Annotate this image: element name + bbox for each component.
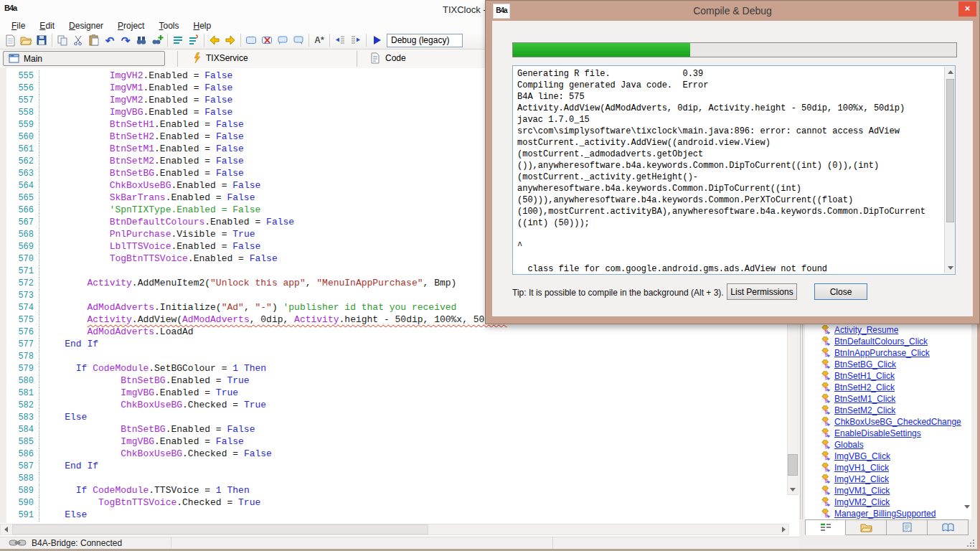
editor-hscrollbar-thumb[interactable] xyxy=(12,524,428,534)
outdent-button[interactable] xyxy=(332,32,348,48)
menu-help[interactable]: Help xyxy=(186,20,218,32)
indent-button[interactable] xyxy=(348,32,364,48)
sub-icon: s xyxy=(821,486,831,496)
output-scroll-up-button[interactable] xyxy=(946,67,956,77)
menu-project[interactable]: Project xyxy=(110,20,151,32)
sub-link[interactable]: ImgVBG_Click xyxy=(834,451,890,461)
line-number: 558 xyxy=(6,107,39,119)
paste-icon xyxy=(88,34,100,47)
open-project-button[interactable] xyxy=(18,32,34,48)
sub-link[interactable]: BtnSetM2_Click xyxy=(834,405,895,415)
panel-tab-files[interactable] xyxy=(846,519,887,535)
bookmark-lines-icon xyxy=(171,34,184,47)
sub-link[interactable]: ChkBoxUseBG_CheckedChange xyxy=(834,417,961,427)
dialog-close-button[interactable]: × xyxy=(958,1,976,17)
menu-designer[interactable]: Designer xyxy=(62,20,110,32)
autocomplete-button[interactable]: A* xyxy=(311,32,327,48)
editor-vscrollbar-down-button[interactable] xyxy=(787,484,798,495)
paste-button[interactable] xyxy=(86,32,102,48)
line-number: 579 xyxy=(6,363,39,375)
navigate-back-button[interactable] xyxy=(207,32,222,48)
subs-list-scroll-down[interactable] xyxy=(964,505,970,509)
undo-icon: ↶ xyxy=(105,35,115,46)
status-separator xyxy=(171,537,171,549)
output-scroll-down-button[interactable] xyxy=(946,263,956,273)
sub-item: sManager_BillingSupported xyxy=(805,508,971,519)
smart-region-button[interactable] xyxy=(275,32,291,48)
smart-region2-button[interactable] xyxy=(291,32,306,48)
sub-icon: s xyxy=(821,451,831,461)
compile-debug-dialog: B4a Compile & Debug × Generating R file.… xyxy=(485,0,980,324)
cut-button[interactable] xyxy=(70,32,86,48)
sub-link[interactable]: BtnSetH1_Click xyxy=(834,371,895,381)
run-button[interactable] xyxy=(369,32,385,48)
sub-link[interactable]: ImgVH1_Click xyxy=(834,463,889,473)
editor-hscrollbar-right-button[interactable] xyxy=(778,524,789,535)
undo-button[interactable]: ↶ xyxy=(102,32,118,48)
toolbar-separator xyxy=(240,34,241,47)
redo-button[interactable]: ↷ xyxy=(118,32,133,48)
line-number: 570 xyxy=(6,253,39,265)
close-button[interactable]: Close xyxy=(814,283,867,300)
sub-item: sGlobals xyxy=(805,439,971,451)
line-number: 566 xyxy=(6,204,39,217)
save-icon xyxy=(35,34,48,47)
menu-tools[interactable]: Tools xyxy=(151,20,186,32)
copy-button[interactable] xyxy=(55,32,70,48)
compiler-output-box[interactable]: Generating R file. 0.39 Compiling genera… xyxy=(512,65,956,275)
uncomment-button[interactable] xyxy=(259,32,275,48)
sub-link[interactable]: Activity_Resume xyxy=(834,325,898,335)
window-right-border xyxy=(977,321,980,551)
panel-splitter[interactable] xyxy=(802,324,803,519)
save-button[interactable] xyxy=(34,32,50,48)
comment-button[interactable] xyxy=(243,32,259,48)
panel-tab-libraries[interactable] xyxy=(928,519,969,535)
sub-link[interactable]: BtnSetH2_Click xyxy=(834,382,895,392)
forward-arrow-icon xyxy=(224,34,237,47)
sub-link[interactable]: BtnInAppPurchase_Click xyxy=(834,348,930,358)
output-vscrollbar[interactable] xyxy=(944,67,956,273)
bookmark-next-button[interactable] xyxy=(186,32,202,48)
bookmark-next-icon xyxy=(187,34,200,47)
tab-main-label: Main xyxy=(24,54,42,64)
navigate-forward-button[interactable] xyxy=(222,32,238,48)
line-number: 568 xyxy=(6,229,39,241)
resize-grip[interactable] xyxy=(967,540,976,548)
editor-hscrollbar-left-button[interactable] xyxy=(0,524,11,535)
line-number: 575 xyxy=(6,314,39,326)
bookmark-toggle-button[interactable] xyxy=(170,32,186,48)
sub-link[interactable]: BtnDefaultColours_Click xyxy=(834,336,928,347)
find-button[interactable] xyxy=(133,32,149,48)
sub-link[interactable]: BtnSetBG_Click xyxy=(834,359,896,369)
tab-code-label: Code xyxy=(385,53,406,63)
sub-link[interactable]: EnableDisableSettings xyxy=(834,428,921,438)
output-vscrollbar-thumb[interactable] xyxy=(946,79,954,222)
panel-splitter[interactable] xyxy=(800,324,801,519)
editor-vscrollbar-thumb[interactable] xyxy=(788,454,798,476)
open-book-icon xyxy=(942,523,954,532)
tab-separator xyxy=(177,51,178,67)
sub-link[interactable]: Manager_BillingSupported xyxy=(834,509,936,519)
find-next-button[interactable] xyxy=(149,32,165,48)
sub-link[interactable]: BtnSetM1_Click xyxy=(834,394,895,404)
list-permissions-button[interactable]: List Permissions xyxy=(727,283,797,300)
new-file-button[interactable] xyxy=(2,32,18,48)
sub-icon: s xyxy=(821,428,831,438)
line-number: 571 xyxy=(6,265,39,278)
bridge-link-icon xyxy=(9,538,27,548)
panel-tab-logs[interactable] xyxy=(887,519,928,535)
build-configuration-select[interactable]: Debug (legacy) xyxy=(387,34,463,47)
sub-link[interactable]: ImgVM2_Click xyxy=(834,497,890,507)
toolbar-separator xyxy=(366,34,367,47)
panel-tab-modules[interactable] xyxy=(805,519,846,535)
dialog-titlebar[interactable]: B4a Compile & Debug × xyxy=(486,1,979,21)
tab-code[interactable]: Code xyxy=(370,52,406,64)
sub-link[interactable]: ImgVH2_Click xyxy=(834,474,889,484)
line-number: 563 xyxy=(6,168,39,180)
sub-link[interactable]: ImgVM1_Click xyxy=(834,486,890,496)
tab-main[interactable]: Main xyxy=(3,51,165,66)
menu-edit[interactable]: Edit xyxy=(32,20,62,32)
menu-file[interactable]: File xyxy=(4,20,32,32)
tab-tixservice[interactable]: TIXService xyxy=(193,52,248,63)
sub-link[interactable]: Globals xyxy=(834,440,864,450)
